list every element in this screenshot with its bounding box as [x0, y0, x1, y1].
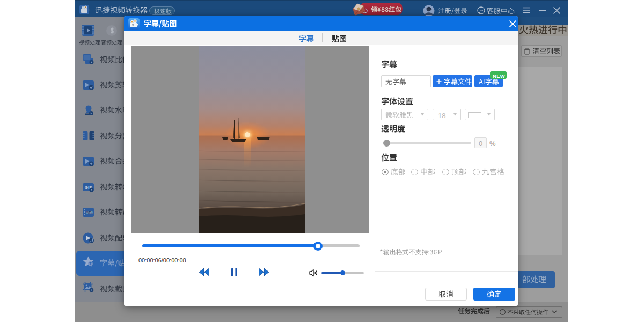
svg-text:WebM: WebM [86, 211, 93, 214]
svg-text:T: T [89, 262, 92, 266]
